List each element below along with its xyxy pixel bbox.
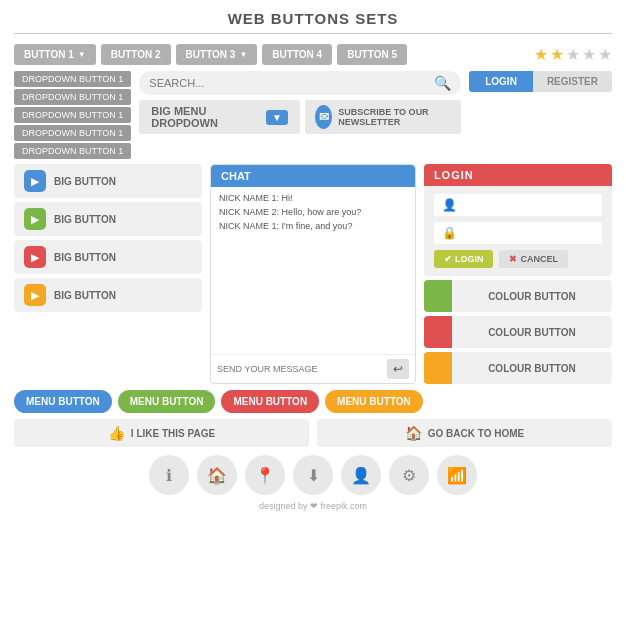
action-buttons-row: 👍 I LIKE THIS PAGE 🏠 GO BACK TO HOME xyxy=(14,419,612,447)
mail-icon: ✉ xyxy=(315,105,333,129)
star-5[interactable]: ★ xyxy=(598,45,612,64)
home-icon: 🏠 xyxy=(405,425,422,441)
location-icon-button[interactable]: 📍 xyxy=(245,455,285,495)
dropdown-item-2[interactable]: DROPDOWN BUTTON 1 xyxy=(14,89,131,105)
big-button-orange[interactable]: ▶ BIG BUTTON xyxy=(14,278,202,312)
colour-orange-indicator xyxy=(424,352,452,384)
colour-green-indicator xyxy=(424,280,452,312)
thumbs-up-icon: 👍 xyxy=(108,425,125,441)
colour-button-red[interactable]: COLOUR BUTTON xyxy=(424,316,612,348)
star-1[interactable]: ★ xyxy=(534,45,548,64)
button-4[interactable]: BUTTON 4 xyxy=(262,44,332,65)
big-menu-dropdown[interactable]: BIG MENU DROPDOWN ▼ xyxy=(139,100,299,134)
chat-widget: CHAT NICK NAME 1: Hi! NICK NAME 2: Hello… xyxy=(210,164,416,384)
login-register-tabs: LOGIN REGISTER xyxy=(469,71,612,92)
home-icon-button[interactable]: 🏠 xyxy=(197,455,237,495)
menu-buttons-row: MENU BUTTON MENU BUTTON MENU BUTTON MENU… xyxy=(14,390,612,413)
dropdown-arrow-icon-2: ▼ xyxy=(239,50,247,59)
colour-red-indicator xyxy=(424,316,452,348)
menu-button-red[interactable]: MENU BUTTON xyxy=(221,390,319,413)
password-field: 🔒 xyxy=(434,222,602,244)
dropdown-arrow-icon: ▼ xyxy=(78,50,86,59)
chat-message-1: NICK NAME 1: Hi! xyxy=(219,193,407,203)
menu-button-blue[interactable]: MENU BUTTON xyxy=(14,390,112,413)
rss-icon-button[interactable]: 📶 xyxy=(437,455,477,495)
colour-buttons-section: COLOUR BUTTON COLOUR BUTTON COLOUR BUTTO… xyxy=(424,280,612,384)
dropdown-item-3[interactable]: DROPDOWN BUTTON 1 xyxy=(14,107,131,123)
chat-input[interactable] xyxy=(217,364,387,374)
user-icon-button[interactable]: 👤 xyxy=(341,455,381,495)
chat-message-3: NICK NAME 1: I'm fine, and you? xyxy=(219,221,407,231)
username-field: 👤 xyxy=(434,194,602,216)
login-form-buttons: ✔ LOGIN ✖ CANCEL xyxy=(434,250,602,268)
big-buttons-section: ▶ BIG BUTTON ▶ BIG BUTTON ▶ BIG BUTTON ▶… xyxy=(14,164,202,384)
chat-send-button[interactable]: ↩ xyxy=(387,359,409,379)
chat-input-row: ↩ xyxy=(211,354,415,383)
star-4[interactable]: ★ xyxy=(582,45,596,64)
register-tab[interactable]: REGISTER xyxy=(533,71,612,92)
star-3[interactable]: ★ xyxy=(566,45,580,64)
x-icon: ✖ xyxy=(509,254,517,264)
big-button-red[interactable]: ▶ BIG BUTTON xyxy=(14,240,202,274)
chat-message-2: NICK NAME 2: Hello, how are you? xyxy=(219,207,407,217)
login-tab[interactable]: LOGIN xyxy=(469,71,533,92)
login-form: LOGIN 👤 🔒 ✔ LOGIN xyxy=(424,164,612,276)
check-icon: ✔ xyxy=(444,254,452,264)
big-button-blue[interactable]: ▶ BIG BUTTON xyxy=(14,164,202,198)
page-title: WEB BUTTONS SETS xyxy=(14,10,612,34)
dropdown-item-5[interactable]: DROPDOWN BUTTON 1 xyxy=(14,143,131,159)
dropdown-list: DROPDOWN BUTTON 1 DROPDOWN BUTTON 1 DROP… xyxy=(14,71,131,159)
play-icon-green: ▶ xyxy=(24,208,46,230)
menu-button-green[interactable]: MENU BUTTON xyxy=(118,390,216,413)
login-submit-button[interactable]: ✔ LOGIN xyxy=(434,250,494,268)
dropdown-item-1[interactable]: DROPDOWN BUTTON 1 xyxy=(14,71,131,87)
play-icon-orange: ▶ xyxy=(24,284,46,306)
go-home-button[interactable]: 🏠 GO BACK TO HOME xyxy=(317,419,612,447)
dropdown-item-4[interactable]: DROPDOWN BUTTON 1 xyxy=(14,125,131,141)
user-icon: 👤 xyxy=(442,198,457,212)
big-button-green[interactable]: ▶ BIG BUTTON xyxy=(14,202,202,236)
newsletter-button[interactable]: ✉ SUBSCRIBE TO OUR NEWSLETTER xyxy=(305,100,461,134)
like-page-button[interactable]: 👍 I LIKE THIS PAGE xyxy=(14,419,309,447)
colour-button-orange[interactable]: COLOUR BUTTON xyxy=(424,352,612,384)
big-menu-arrow-icon: ▼ xyxy=(266,110,288,125)
colour-button-green[interactable]: COLOUR BUTTON xyxy=(424,280,612,312)
login-cancel-button[interactable]: ✖ CANCEL xyxy=(499,250,568,268)
button-5[interactable]: BUTTON 5 xyxy=(337,44,407,65)
footer: designed by ❤ freepik.com xyxy=(14,501,612,511)
button-3[interactable]: BUTTON 3 ▼ xyxy=(176,44,258,65)
settings-icon-button[interactable]: ⚙ xyxy=(389,455,429,495)
star-rating: ★ ★ ★ ★ ★ xyxy=(534,45,612,64)
play-icon-red: ▶ xyxy=(24,246,46,268)
info-icon-button[interactable]: ℹ xyxy=(149,455,189,495)
button-1[interactable]: BUTTON 1 ▼ xyxy=(14,44,96,65)
search-box: 🔍 xyxy=(139,71,461,95)
download-icon-button[interactable]: ⬇ xyxy=(293,455,333,495)
chat-header: CHAT xyxy=(211,165,415,187)
username-input[interactable] xyxy=(463,200,594,211)
button-2[interactable]: BUTTON 2 xyxy=(101,44,171,65)
circle-icons-row: ℹ 🏠 📍 ⬇ 👤 ⚙ 📶 xyxy=(14,455,612,495)
password-input[interactable] xyxy=(463,228,594,239)
chat-messages: NICK NAME 1: Hi! NICK NAME 2: Hello, how… xyxy=(211,187,415,354)
menu-button-orange[interactable]: MENU BUTTON xyxy=(325,390,423,413)
search-icon: 🔍 xyxy=(434,75,451,91)
star-2[interactable]: ★ xyxy=(550,45,564,64)
search-input[interactable] xyxy=(149,77,428,89)
play-icon-blue: ▶ xyxy=(24,170,46,192)
login-form-header: LOGIN xyxy=(424,164,612,186)
lock-icon: 🔒 xyxy=(442,226,457,240)
